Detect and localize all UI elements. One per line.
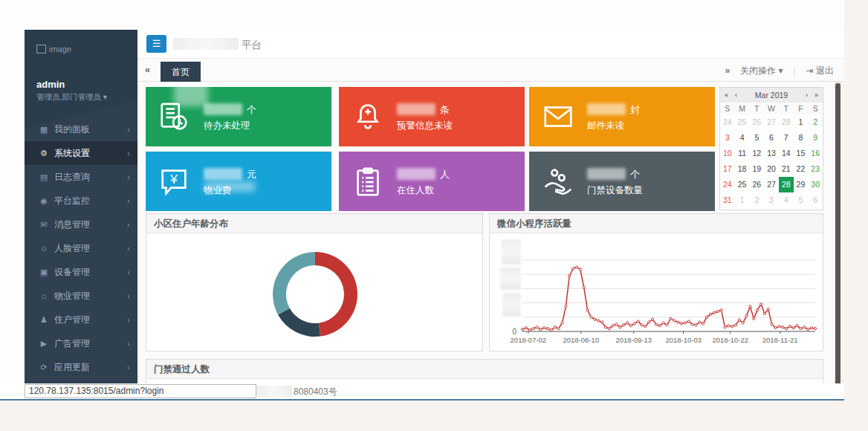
- calendar-day-headers: SMTWTFS: [720, 103, 823, 114]
- calendar-day[interactable]: 3: [764, 192, 779, 208]
- calendar-day-header: S: [808, 103, 823, 114]
- tab-bar: « 首页 » 关闭操作 ▾ | ⇥ 退出: [137, 58, 844, 82]
- sidebar-item-我的面板[interactable]: ▦我的面板‹: [25, 117, 137, 141]
- sidebar-item-label: 我的面板: [54, 124, 90, 135]
- calendar-day[interactable]: 12: [749, 146, 764, 161]
- calendar-next-year-button[interactable]: »: [814, 88, 818, 103]
- sidebar-item-label: 物业管理: [54, 291, 90, 301]
- calendar-day[interactable]: 13: [764, 146, 779, 161]
- stat-unit: 条: [440, 104, 450, 115]
- calendar-day[interactable]: 19: [749, 161, 764, 177]
- calendar-day[interactable]: 5: [794, 192, 809, 208]
- calendar-day[interactable]: 9: [808, 130, 823, 146]
- tabs-scroll-right-button[interactable]: »: [725, 59, 730, 82]
- sidebar-item-消息管理[interactable]: ✉消息管理‹: [25, 213, 137, 236]
- sidebar-item-平台监控[interactable]: ◉平台监控‹: [25, 189, 137, 213]
- calendar-day[interactable]: 16: [808, 146, 823, 161]
- redacted-number: [397, 103, 435, 115]
- sidebar-item-广告管理[interactable]: ▶广告管理‹: [25, 331, 137, 355]
- donut-slice[interactable]: [273, 252, 315, 314]
- calendar-day[interactable]: 27: [764, 177, 779, 192]
- age-donut-chart: [146, 233, 482, 351]
- tab-home[interactable]: 首页: [161, 62, 201, 82]
- calendar-day[interactable]: 17: [720, 161, 735, 177]
- calendar-day[interactable]: 15: [794, 146, 809, 161]
- calendar-next-month-button[interactable]: ›: [806, 88, 808, 103]
- calendar-day[interactable]: 26: [749, 177, 764, 192]
- sidebar-profile[interactable]: image admin 管理员,部门管理员 ▾: [25, 30, 137, 117]
- vertical-scrollbar-thumb[interactable]: [835, 83, 841, 398]
- calendar-day[interactable]: 5: [749, 130, 764, 146]
- calendar-day[interactable]: 10: [720, 146, 735, 161]
- caret-down-icon: ▾: [778, 65, 783, 76]
- calendar-day[interactable]: 23: [808, 161, 823, 177]
- calendar-prev-month-button[interactable]: ‹: [735, 88, 737, 103]
- redacted-y-axis-label: [502, 239, 521, 265]
- stat-card-预警信息未读[interactable]: 条预警信息未读: [339, 87, 525, 146]
- stat-card-待办未处理[interactable]: 个待办未处理: [146, 87, 331, 146]
- sidebar-item-物业管理[interactable]: ⌂物业管理‹: [25, 284, 137, 308]
- calendar-day[interactable]: 4: [735, 130, 750, 146]
- sidebar-item-人脸管理[interactable]: ☺人脸管理‹: [25, 236, 137, 260]
- calendar-day[interactable]: 22: [794, 161, 809, 177]
- calendar-day[interactable]: 6: [764, 130, 779, 146]
- calendar-day[interactable]: 28: [779, 177, 794, 192]
- logout-button[interactable]: ⇥ 退出: [806, 59, 834, 82]
- stat-label: 在住人数: [397, 184, 434, 197]
- calendar-day[interactable]: 24: [720, 177, 735, 192]
- calendar-day[interactable]: 21: [779, 161, 794, 177]
- redacted-y-axis-label: [502, 293, 521, 317]
- donut-slice[interactable]: [278, 308, 320, 337]
- stat-card-邮件未读[interactable]: 封邮件未读: [529, 87, 715, 146]
- stat-card-门禁设备数量[interactable]: 个门禁设备数量: [529, 152, 715, 211]
- calendar-day[interactable]: 25: [735, 114, 750, 130]
- calendar-day[interactable]: 1: [794, 114, 809, 130]
- stat-card-在住人数[interactable]: 人在住人数: [339, 152, 525, 211]
- calendar-prev-year-button[interactable]: «: [725, 88, 728, 103]
- calendar-grid: 2425262728123456789101112131415161718192…: [720, 114, 823, 208]
- chevron-left-icon: ‹: [127, 141, 130, 165]
- calendar-widget: « ‹ Mar 2019 › » SMTWTFS 242526272812345…: [719, 87, 823, 210]
- calendar-day[interactable]: 3: [720, 130, 735, 146]
- calendar-day[interactable]: 29: [794, 177, 809, 192]
- menu-toggle-button[interactable]: ☰: [146, 35, 166, 53]
- stat-value: 封: [587, 103, 640, 117]
- calendar-day[interactable]: 8: [794, 130, 809, 146]
- calendar-day[interactable]: 27: [764, 114, 779, 130]
- x-axis-tick-label: 2018-08-10: [563, 336, 599, 344]
- calendar-day[interactable]: 18: [735, 161, 750, 177]
- calendar-day[interactable]: 28: [779, 114, 794, 130]
- sidebar-item-系统设置[interactable]: ⚙系统设置‹: [25, 141, 137, 165]
- sidebar-item-日志查询[interactable]: ▤日志查询‹: [25, 165, 137, 189]
- calendar-day[interactable]: 11: [735, 146, 750, 161]
- calendar-day[interactable]: 30: [808, 177, 823, 192]
- calendar-day[interactable]: 7: [779, 130, 794, 146]
- calendar-day[interactable]: 20: [764, 161, 779, 177]
- calendar-day[interactable]: 4: [779, 192, 794, 208]
- calendar-week-row: 31123456: [720, 192, 823, 208]
- stat-unit: 个: [247, 104, 256, 115]
- window-bottom-border: [0, 399, 844, 401]
- calendar-day[interactable]: 31: [720, 192, 735, 208]
- calendar-day[interactable]: 6: [808, 192, 823, 208]
- user-role-dropdown[interactable]: 管理员,部门管理员 ▾: [36, 92, 107, 103]
- tabs-scroll-left-button[interactable]: «: [145, 64, 150, 75]
- calendar-day[interactable]: 25: [735, 177, 750, 192]
- chevron-left-icon: ‹: [127, 284, 130, 308]
- calendar-day[interactable]: 24: [720, 114, 735, 130]
- sidebar-item-住户管理[interactable]: ♟住户管理‹: [25, 308, 137, 331]
- sidebar-item-应用更新[interactable]: ⟳应用更新‹: [25, 355, 137, 379]
- calendar-day[interactable]: 2: [749, 192, 764, 208]
- chevron-left-icon: ‹: [127, 165, 130, 189]
- stat-card-物业费[interactable]: ¥元物业费: [146, 152, 331, 211]
- calendar-day[interactable]: 2: [808, 114, 823, 130]
- chevron-left-icon: ‹: [127, 355, 130, 379]
- calendar-day[interactable]: 14: [779, 146, 794, 161]
- sidebar-item-设备管理[interactable]: ▣设备管理‹: [25, 260, 137, 284]
- face-icon: ☺: [38, 236, 50, 260]
- close-operations-dropdown[interactable]: 关闭操作 ▾: [740, 59, 783, 82]
- sidebar-item-label: 广告管理: [54, 338, 90, 349]
- calendar-day[interactable]: 26: [749, 114, 764, 130]
- calendar-day[interactable]: 1: [735, 192, 750, 208]
- donut-slice[interactable]: [315, 252, 357, 337]
